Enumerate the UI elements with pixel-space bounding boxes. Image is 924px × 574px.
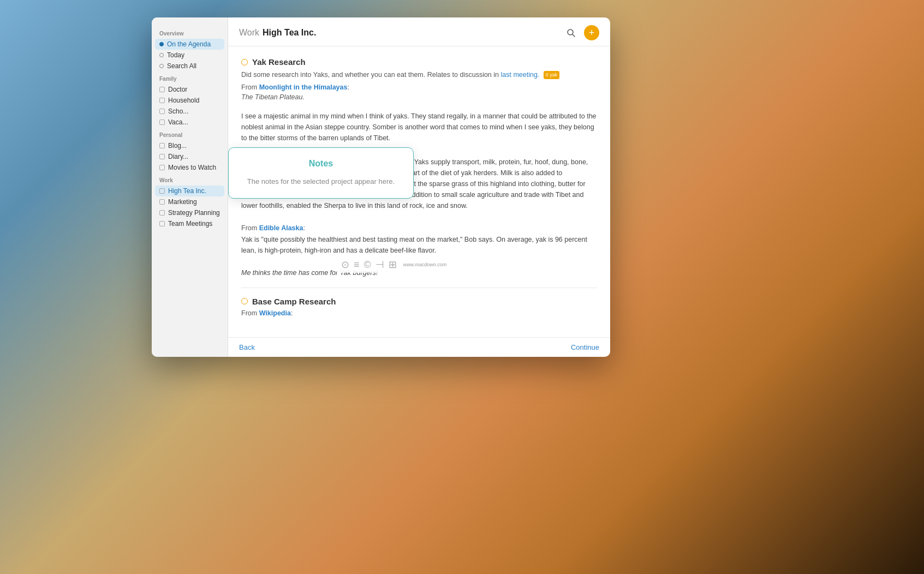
toolbar-icon-1: ⊙ [341,259,349,271]
svg-line-1 [573,34,575,37]
header-project-name: High Tea Inc. [263,28,316,38]
checkbox-icon [159,199,165,205]
sidebar-item-high-tea[interactable]: High Tea Inc. [155,186,224,196]
sidebar-item-label: Today [167,51,184,59]
checkbox-icon [159,165,165,170]
checkbox-icon [159,143,165,148]
from-alaska-label: From Edible Alaska: [241,224,597,232]
sidebar-item-label: Search All [167,62,196,70]
personal-section-label: Personal [152,128,228,140]
tag-badge: 0 yak [544,71,560,80]
sidebar-item-label: Household [168,97,199,104]
header: Work High Tea Inc. + [228,17,610,46]
sidebar-item-label: Strategy Planning [168,209,220,217]
app-window: Overview On the Agenda Today Search All … [152,17,610,357]
main-content: Work High Tea Inc. + Notes The notes for… [228,17,610,357]
sidebar-item-search-all[interactable]: Search All [152,61,228,71]
sidebar-item-label: Vaca... [168,118,188,126]
sidebar-item-label: Diary... [168,153,188,160]
dot-icon [159,64,164,68]
sidebar-item-school[interactable]: Scho... [152,106,228,117]
tooltip-title: Notes [240,159,402,169]
note-title-row: Yak Research [241,57,597,67]
sidebar-item-household[interactable]: Household [152,95,228,106]
sidebar: Overview On the Agenda Today Search All … [152,17,228,357]
note-base-camp: Base Camp Research From Wikipedia: [241,297,597,317]
watermark-toolbar: ⊙ ≡ © ⊣ ⊞ www.macdown.com [336,256,452,273]
note-circle-icon [241,59,248,65]
note-title-2: Base Camp Research [252,297,336,306]
toolbar-icon-2: ≡ [354,259,360,271]
watermark-text: www.macdown.com [403,262,447,267]
divider [241,288,597,288]
checkbox-icon [159,210,165,216]
dot-icon [159,42,164,46]
note-subtitle: Did some research into Yaks, and whether… [241,70,597,80]
sidebar-item-label: Doctor [168,86,187,93]
dot-icon [159,53,164,57]
family-section-label: Family [152,71,228,84]
moonlight-link[interactable]: Moonlight in the Himalayas [259,83,348,91]
sidebar-item-label: Movies to Watch [168,164,216,171]
sidebar-item-team[interactable]: Team Meetings [152,218,228,229]
work-section-label: Work [152,173,228,186]
tooltip-body: The notes for the selected project appea… [240,176,402,187]
sidebar-item-marketing[interactable]: Marketing [152,196,228,207]
footer: Back Continue [228,337,610,357]
toolbar-icon-3: © [364,259,371,271]
checkbox-icon [159,119,165,125]
note-title: Yak Research [252,57,306,67]
continue-button[interactable]: Continue [571,343,599,351]
sidebar-item-label: Blog... [168,142,187,150]
sidebar-item-label: High Tea Inc. [168,187,206,195]
from-wikipedia-label: From Wikipedia: [241,309,597,317]
sidebar-item-doctor[interactable]: Doctor [152,84,228,95]
alaska-body-text: Yak is "quite possibly the healthiest an… [241,234,597,256]
search-button[interactable] [563,25,579,40]
checkbox-icon [159,109,165,114]
sidebar-item-label: Marketing [168,198,197,206]
notes-tooltip: Notes The notes for the selected project… [228,147,414,199]
back-button[interactable]: Back [239,343,255,351]
toolbar-icon-5: ⊞ [389,259,397,271]
checkbox-icon [159,154,165,159]
checkbox-icon [159,98,165,103]
sidebar-item-today[interactable]: Today [152,50,228,61]
body-text-1: I see a majestic animal in my mind when … [241,111,597,144]
sidebar-item-label: On the Agenda [167,40,211,48]
search-icon [567,28,575,37]
sidebar-item-strategy[interactable]: Strategy Planning [152,207,228,218]
sidebar-item-blog[interactable]: Blog... [152,140,228,151]
checkbox-icon [159,87,165,92]
last-meeting-link[interactable]: last meeting. [501,71,540,79]
edible-alaska-link[interactable]: Edible Alaska [259,224,303,232]
sidebar-item-label: Team Meetings [168,220,212,228]
sidebar-item-on-the-agenda[interactable]: On the Agenda [155,39,224,50]
sidebar-item-diary[interactable]: Diary... [152,151,228,162]
note-title-row-2: Base Camp Research [241,297,597,306]
content-area[interactable]: Notes The notes for the selected project… [228,46,610,337]
wikipedia-link[interactable]: Wikipedia [259,309,291,317]
toolbar-icon-4: ⊣ [375,259,384,271]
header-actions: + [563,25,599,40]
from-moonlight-label: From Moonlight in the Himalayas: [241,83,597,91]
header-category: Work [239,28,259,38]
tibetan-text: The Tibetan Plateau. [241,93,597,101]
sidebar-item-vacation[interactable]: Vaca... [152,117,228,128]
add-button[interactable]: + [584,25,599,40]
header-title: Work High Tea Inc. [239,28,316,38]
note-circle-icon-2 [241,298,248,304]
overview-section-label: Overview [152,26,228,39]
sidebar-item-movies[interactable]: Movies to Watch [152,162,228,173]
checkbox-icon [159,221,165,226]
checkbox-icon [159,188,165,194]
sidebar-item-label: Scho... [168,107,188,115]
